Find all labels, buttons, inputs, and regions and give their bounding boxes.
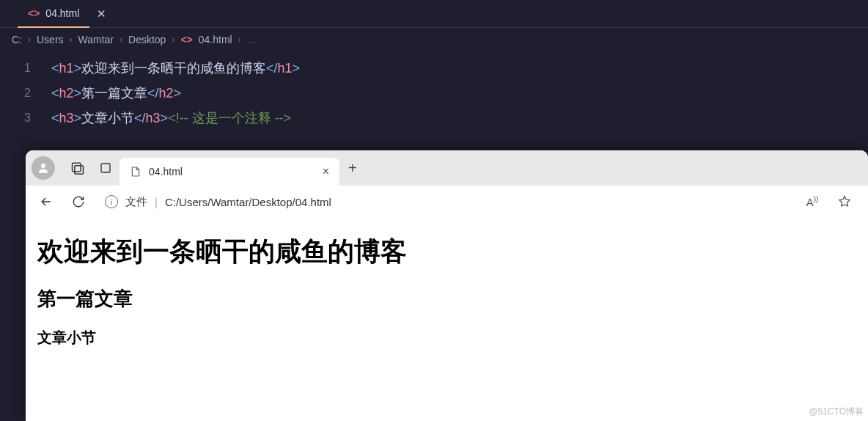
code-line: 2 <h2>第一篇文章</h2> <box>0 81 868 106</box>
svg-point-0 <box>41 164 45 168</box>
browser-toolbar: i 文件 | C:/Users/Wamtar/Desktop/04.html A… <box>26 186 868 218</box>
browser-window: 04.html × + i 文件 | C:/Users/Wamtar/Deskt… <box>26 150 868 421</box>
tab-filename: 04.html <box>45 7 79 19</box>
watermark: @51CTO博客 <box>809 406 864 418</box>
svg-rect-2 <box>75 166 84 175</box>
address-separator: | <box>155 196 158 208</box>
chevron-right-icon: › <box>119 34 122 45</box>
line-number: 1 <box>0 56 51 81</box>
workspaces-button[interactable] <box>64 154 92 182</box>
editor-tab-04html[interactable]: <> 04.html <box>18 0 89 28</box>
page-h1: 欢迎来到一条晒干的咸鱼的博客 <box>37 234 856 270</box>
code-line: 3 <h3>文章小节</h3><!-- 这是一个注释 --> <box>0 106 868 131</box>
favorite-button[interactable] <box>830 189 859 214</box>
chevron-right-icon: › <box>172 34 174 45</box>
line-number: 2 <box>0 81 51 106</box>
chevron-right-icon: › <box>70 34 73 45</box>
svg-rect-3 <box>101 164 110 172</box>
read-aloud-button[interactable]: A)) <box>798 189 827 214</box>
code-editor: <> 04.html ✕ C:› Users› Wamtar› Desktop›… <box>0 0 868 135</box>
chevron-right-icon: › <box>238 34 241 45</box>
browser-tab-strip: 04.html × + <box>26 150 868 186</box>
address-path: C:/Users/Wamtar/Desktop/04.html <box>165 196 331 208</box>
breadcrumb: C:› Users› Wamtar› Desktop› <> 04.html› … <box>0 28 868 51</box>
breadcrumb-segment[interactable]: Users <box>37 34 64 45</box>
person-icon <box>37 161 50 175</box>
page-content: 欢迎来到一条晒干的咸鱼的博客 第一篇文章 文章小节 <box>26 218 868 364</box>
refresh-button[interactable] <box>64 189 93 214</box>
address-label: 文件 <box>125 195 147 209</box>
refresh-icon <box>72 195 85 208</box>
tab-close-button[interactable]: ✕ <box>89 7 114 21</box>
editor-tab-bar: <> 04.html ✕ <box>0 0 868 28</box>
tab-actions-button[interactable] <box>92 154 119 182</box>
page-h2: 第一篇文章 <box>37 286 856 312</box>
browser-chrome: 04.html × + i 文件 | C:/Users/Wamtar/Deskt… <box>26 150 868 218</box>
new-tab-button[interactable]: + <box>339 160 366 177</box>
breadcrumb-end: ... <box>247 34 256 45</box>
code-icon: <> <box>180 34 192 45</box>
line-number: 3 <box>0 106 51 131</box>
workspaces-icon <box>70 161 85 175</box>
breadcrumb-segment[interactable]: Wamtar <box>78 34 114 45</box>
square-icon <box>99 161 112 175</box>
read-aloud-icon: A)) <box>806 195 819 208</box>
browser-tab[interactable]: 04.html × <box>119 158 339 186</box>
info-icon[interactable]: i <box>105 195 118 208</box>
code-content: <h2>第一篇文章</h2> <box>51 81 181 106</box>
address-bar[interactable]: i 文件 | C:/Users/Wamtar/Desktop/04.html <box>96 189 795 214</box>
chevron-right-icon: › <box>28 34 31 45</box>
toolbar-right: A)) <box>798 189 862 214</box>
profile-button[interactable] <box>32 156 55 180</box>
browser-tab-title: 04.html <box>149 166 183 177</box>
code-content: <h3>文章小节</h3><!-- 这是一个注释 --> <box>51 106 291 131</box>
svg-rect-1 <box>73 163 81 172</box>
page-h3: 文章小节 <box>37 328 856 348</box>
breadcrumb-segment[interactable]: C: <box>12 34 22 45</box>
arrow-left-icon <box>39 194 54 209</box>
breadcrumb-file[interactable]: 04.html <box>199 34 232 45</box>
back-button[interactable] <box>32 189 61 214</box>
tab-close-button[interactable]: × <box>323 165 329 178</box>
breadcrumb-segment[interactable]: Desktop <box>128 34 166 45</box>
code-area[interactable]: 1 <h1>欢迎来到一条晒干的咸鱼的博客</h1> 2 <h2>第一篇文章</h… <box>0 51 868 135</box>
file-icon <box>130 166 141 177</box>
code-icon: <> <box>28 7 40 19</box>
star-icon <box>837 194 852 209</box>
code-line: 1 <h1>欢迎来到一条晒干的咸鱼的博客</h1> <box>0 56 868 81</box>
code-content: <h1>欢迎来到一条晒干的咸鱼的博客</h1> <box>51 56 300 81</box>
